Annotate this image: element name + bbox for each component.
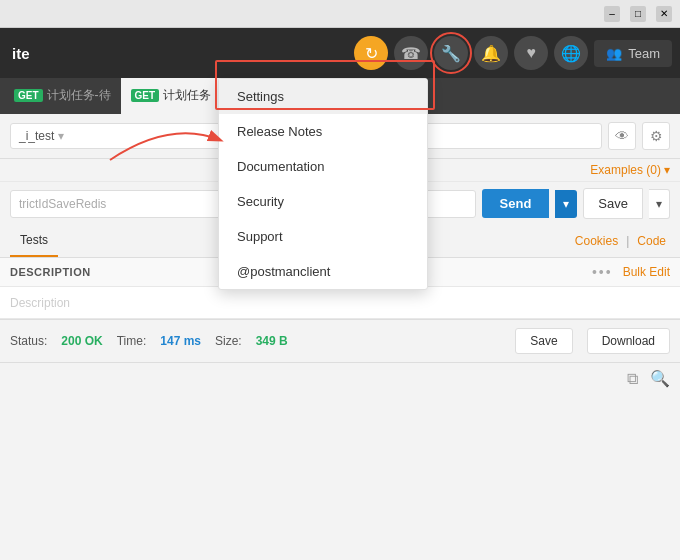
status-label: Status: xyxy=(10,334,47,348)
postmanclient-label: @postmanclient xyxy=(237,264,330,279)
copy-icon-btn[interactable]: ⧉ xyxy=(627,370,638,388)
tab-0-method: GET xyxy=(14,89,43,102)
team-label: Team xyxy=(628,46,660,61)
phone-icon-btn[interactable]: ☎ xyxy=(394,36,428,70)
eye-icon-btn[interactable]: 👁 xyxy=(608,122,636,150)
close-button[interactable]: ✕ xyxy=(656,6,672,22)
search-icon-btn[interactable]: 🔍 xyxy=(650,369,670,388)
description-field[interactable]: Description xyxy=(0,287,680,319)
examples-chevron-icon: ▾ xyxy=(664,163,670,177)
time-value: 147 ms xyxy=(160,334,201,348)
send-dropdown-button[interactable]: ▾ xyxy=(555,190,577,218)
app-brand: ite xyxy=(8,45,48,62)
dropdown-menu: Settings Release Notes Documentation Sec… xyxy=(218,78,428,290)
heart-icon: ♥ xyxy=(526,44,536,62)
minimize-button[interactable]: – xyxy=(604,6,620,22)
status-bar: Status: 200 OK Time: 147 ms Size: 349 B … xyxy=(0,319,680,362)
dropdown-item-postmanclient[interactable]: @postmanclient xyxy=(219,254,427,289)
team-button[interactable]: 👥 Team xyxy=(594,40,672,67)
tab-1-label: 计划任务 xyxy=(163,87,211,104)
dots-menu-icon[interactable]: ••• xyxy=(592,264,613,280)
tab-0-label: 计划任务-待 xyxy=(47,87,111,104)
tab-1-method: GET xyxy=(131,89,160,102)
status-save-button[interactable]: Save xyxy=(515,328,572,354)
examples-label: Examples (0) xyxy=(590,163,661,177)
url-value: _i_test xyxy=(19,129,54,143)
size-label: Size: xyxy=(215,334,242,348)
description-placeholder: Description xyxy=(10,296,70,310)
documentation-label: Documentation xyxy=(237,159,324,174)
dropdown-item-settings[interactable]: Settings xyxy=(219,79,427,114)
chevron-down-icon: ▾ xyxy=(58,129,64,143)
tab-0[interactable]: GET 计划任务-待 xyxy=(4,78,121,114)
team-icon: 👥 xyxy=(606,46,622,61)
status-download-button[interactable]: Download xyxy=(587,328,670,354)
gear-icon: ⚙ xyxy=(650,128,663,144)
send-button[interactable]: Send xyxy=(482,189,550,218)
gear-icon-btn[interactable]: ⚙ xyxy=(642,122,670,150)
support-label: Support xyxy=(237,229,283,244)
window-chrome: – □ ✕ xyxy=(0,0,680,28)
save-button[interactable]: Save xyxy=(583,188,643,219)
dropdown-item-release-notes[interactable]: Release Notes xyxy=(219,114,427,149)
examples-button[interactable]: Examples (0) ▾ xyxy=(590,163,670,177)
settings-label: Settings xyxy=(237,89,284,104)
eye-icon: 👁 xyxy=(615,128,629,144)
dropdown-item-security[interactable]: Security xyxy=(219,184,427,219)
separator: | xyxy=(622,226,633,256)
bell-icon: 🔔 xyxy=(481,44,501,63)
time-label: Time: xyxy=(117,334,147,348)
wrench-icon: 🔧 xyxy=(441,44,461,63)
dropdown-item-documentation[interactable]: Documentation xyxy=(219,149,427,184)
refresh-icon: ↻ xyxy=(365,44,378,63)
status-value: 200 OK xyxy=(61,334,102,348)
refresh-icon-btn[interactable]: ↻ xyxy=(354,36,388,70)
bell-icon-btn[interactable]: 🔔 xyxy=(474,36,508,70)
release-notes-label: Release Notes xyxy=(237,124,322,139)
size-value: 349 B xyxy=(256,334,288,348)
maximize-button[interactable]: □ xyxy=(630,6,646,22)
dropdown-item-support[interactable]: Support xyxy=(219,219,427,254)
tests-tab[interactable]: Tests xyxy=(10,225,58,257)
cookies-link[interactable]: Cookies xyxy=(571,226,622,256)
security-label: Security xyxy=(237,194,284,209)
bottom-bar: ⧉ 🔍 xyxy=(0,362,680,394)
code-link[interactable]: Code xyxy=(633,226,670,256)
globe-icon-btn[interactable]: 🌐 xyxy=(554,36,588,70)
globe-icon: 🌐 xyxy=(561,44,581,63)
wrench-icon-btn[interactable]: 🔧 xyxy=(434,36,468,70)
navbar: ite ↻ ☎ 🔧 🔔 ♥ 🌐 👥 Team xyxy=(0,28,680,78)
phone-icon: ☎ xyxy=(401,44,421,63)
save-dropdown-button[interactable]: ▾ xyxy=(649,189,670,219)
bulk-edit-button[interactable]: Bulk Edit xyxy=(623,265,670,279)
heart-icon-btn[interactable]: ♥ xyxy=(514,36,548,70)
